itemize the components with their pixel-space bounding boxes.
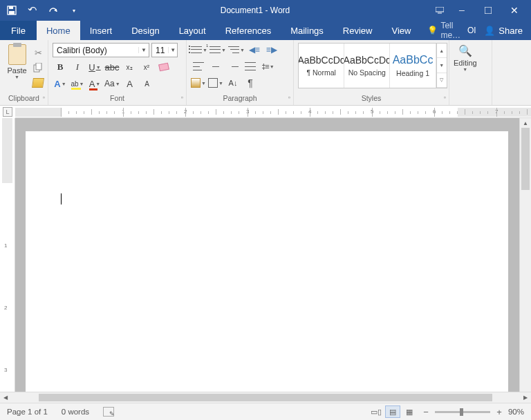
borders-button[interactable]: ▼	[208, 76, 223, 90]
web-layout-button[interactable]: ▦	[402, 405, 417, 418]
font-color-button[interactable]: A▼	[87, 77, 102, 90]
text-cursor	[61, 193, 62, 204]
title-bar: ▾ Document1 - Word ─ ✕	[0, 0, 531, 21]
styles-scroll[interactable]: ▲▼▽	[436, 44, 447, 88]
shading-button[interactable]: ▼	[191, 76, 206, 90]
document-area: 1234	[0, 118, 531, 401]
svg-rect-6	[36, 63, 41, 70]
bullets-button[interactable]: ▼	[191, 43, 207, 57]
style-normal[interactable]: AaBbCcDc ¶ Normal	[299, 44, 344, 88]
increase-indent-button[interactable]: ≡▶	[264, 43, 279, 57]
numbering-button[interactable]: ▼	[209, 43, 226, 57]
undo-icon[interactable]	[28, 6, 37, 15]
find-button[interactable]: 🔍 Editing ▼	[454, 43, 477, 105]
ribbon: Paste ▼ ✂ Clipboard▫ Calibri (Body)▼ 11▼…	[0, 40, 531, 106]
save-icon[interactable]	[7, 6, 17, 15]
scrollbar-horizontal[interactable]: ◀ ▶	[0, 392, 531, 403]
group-clipboard: Paste ▼ ✂ Clipboard▫	[0, 40, 48, 105]
zoom-in-button[interactable]: +	[494, 407, 504, 417]
justify-button[interactable]	[243, 59, 258, 73]
align-left-button[interactable]	[191, 59, 206, 73]
text-effects-button[interactable]: A▼	[53, 77, 68, 90]
clear-formatting-button[interactable]	[156, 60, 171, 74]
show-marks-button[interactable]: ¶	[243, 76, 258, 90]
group-editing: 🔍 Editing ▼	[449, 40, 492, 105]
scrollbar-vertical[interactable]: ▲ ▼	[519, 118, 531, 401]
redo-icon[interactable]	[48, 6, 58, 15]
zoom-out-button[interactable]: −	[421, 407, 431, 417]
spellcheck-button[interactable]	[96, 407, 121, 417]
share-button[interactable]: 👤Share	[476, 21, 531, 40]
font-size-combo[interactable]: 11▼	[151, 43, 178, 57]
bullets-icon	[191, 45, 202, 55]
page-indicator[interactable]: Page 1 of 1	[0, 408, 55, 416]
maximize-button[interactable]	[476, 2, 501, 19]
spellcheck-icon	[103, 407, 114, 417]
ruler-horizontal[interactable]: L 1234567	[15, 106, 531, 118]
word-count[interactable]: 0 words	[55, 408, 96, 416]
cut-button[interactable]: ✂	[32, 47, 44, 58]
strikethrough-button[interactable]: abc	[104, 60, 120, 74]
eraser-icon	[158, 63, 169, 72]
qat-customize-icon[interactable]: ▾	[69, 6, 79, 15]
clipboard-launcher-icon[interactable]: ▫	[43, 94, 45, 101]
svg-rect-4	[485, 7, 492, 14]
align-center-button[interactable]	[208, 59, 223, 73]
font-launcher-icon[interactable]: ▫	[181, 94, 183, 101]
highlight-button[interactable]: ▼	[70, 77, 85, 90]
ruler-vertical[interactable]: 1234	[0, 118, 15, 401]
copy-button[interactable]	[32, 62, 44, 73]
styles-launcher-icon[interactable]: ▫	[444, 94, 446, 101]
tab-review[interactable]: Review	[333, 21, 382, 40]
subscript-button[interactable]: x₂	[122, 60, 137, 74]
sort-button[interactable]: A↓	[225, 76, 241, 90]
paste-button[interactable]: Paste ▼	[4, 43, 30, 94]
print-layout-button[interactable]: ▤	[385, 405, 400, 418]
format-painter-button[interactable]	[32, 77, 44, 88]
font-name-combo[interactable]: Calibri (Body)▼	[53, 43, 149, 57]
italic-button[interactable]: I	[70, 60, 85, 74]
zoom-level[interactable]: 90%	[508, 408, 524, 416]
tab-home[interactable]: Home	[37, 21, 80, 40]
tab-layout[interactable]: Layout	[169, 21, 216, 40]
ribbon-options-icon[interactable]	[431, 2, 448, 19]
decrease-indent-button[interactable]: ◀≡	[247, 43, 262, 57]
bold-button[interactable]: B	[53, 60, 68, 74]
style-no-spacing[interactable]: AaBbCcDc No Spacing	[344, 44, 390, 88]
change-case-button[interactable]: Aa▼	[104, 77, 120, 90]
user-name[interactable]: Olenna M…	[460, 21, 476, 40]
status-bar: Page 1 of 1 0 words ▭▯ ▤ ▦ − + 90%	[0, 403, 531, 420]
read-mode-button[interactable]: ▭▯	[369, 405, 384, 418]
align-left-icon	[193, 62, 204, 70]
svg-rect-2	[9, 11, 15, 15]
shrink-font-button[interactable]: A	[140, 77, 155, 90]
align-center-icon	[210, 62, 221, 70]
multilevel-icon	[228, 45, 239, 55]
grow-font-button[interactable]: A	[122, 77, 138, 90]
border-icon	[208, 78, 218, 88]
tab-view[interactable]: View	[382, 21, 420, 40]
tab-mailings[interactable]: Mailings	[281, 21, 333, 40]
tab-file[interactable]: File	[0, 21, 37, 40]
close-button[interactable]: ✕	[502, 2, 527, 19]
group-paragraph: ▼ ▼ ▼ ◀≡ ≡▶ ‡≡▼ ▼ ▼ A↓ ¶	[187, 40, 294, 105]
style-heading1[interactable]: AaBbCc Heading 1	[390, 44, 436, 88]
paragraph-launcher-icon[interactable]: ▫	[288, 94, 290, 101]
group-font: Calibri (Body)▼ 11▼ B I U▼ abc x₂ x² A▼ …	[48, 40, 187, 105]
tab-design[interactable]: Design	[122, 21, 169, 40]
tab-references[interactable]: References	[216, 21, 281, 40]
svg-rect-3	[436, 7, 444, 12]
underline-button[interactable]: U▼	[87, 60, 102, 74]
tab-insert[interactable]: Insert	[80, 21, 122, 40]
document-page[interactable]	[25, 131, 509, 401]
multilevel-button[interactable]: ▼	[228, 43, 245, 57]
minimize-button[interactable]: ─	[449, 2, 474, 19]
group-styles: AaBbCcDc ¶ Normal AaBbCcDc No Spacing Aa…	[294, 40, 449, 105]
line-spacing-button[interactable]: ‡≡▼	[260, 59, 275, 73]
tell-me-search[interactable]: 💡Tell me…	[420, 21, 460, 40]
tab-selector[interactable]: L	[3, 107, 12, 117]
numbering-icon	[209, 45, 221, 55]
superscript-button[interactable]: x²	[139, 60, 154, 74]
zoom-slider[interactable]	[435, 411, 490, 413]
align-right-button[interactable]	[225, 59, 241, 73]
